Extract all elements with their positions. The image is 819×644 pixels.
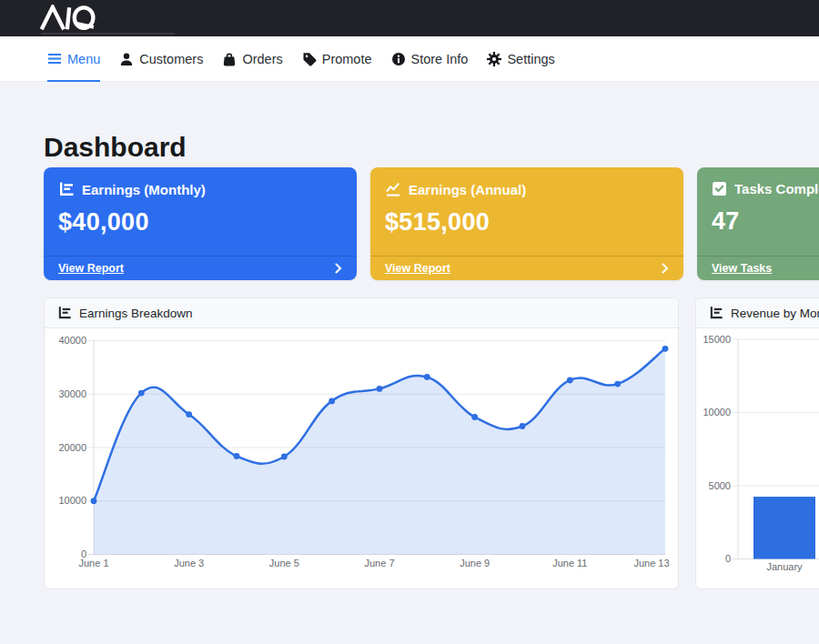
svg-text:June 1: June 1 [78,558,108,569]
svg-text:5000: 5000 [709,480,731,491]
nav-item-label: Promote [322,52,372,66]
stat-cards-row: Earnings (Monthly) $40,000 View Report E… [44,167,819,280]
svg-text:June 5: June 5 [269,558,299,569]
stat-card-value: 47 [697,196,819,236]
charts-row: Earnings Breakdown 010000200003000040000… [44,297,819,589]
gear-icon [487,52,501,66]
view-report-link[interactable]: View Report [385,262,450,275]
info-icon [391,52,406,66]
nav-item-promote[interactable]: Promote [302,36,372,81]
stat-card-tasks-completed: Tasks Completed 47 View Tasks [697,167,819,280]
view-tasks-link[interactable]: View Tasks [712,262,772,275]
person-icon [119,52,134,66]
menu-icon [47,52,62,65]
stat-card-header: Earnings (Monthly) [44,167,357,197]
stat-card-earnings-monthly: Earnings (Monthly) $40,000 View Report [44,167,357,280]
brand-logo-icon[interactable] [36,5,120,32]
nav-item-label: Customers [139,52,203,66]
nav-item-label: Settings [507,52,554,66]
logo-divider [41,33,175,35]
nav-item-label: Store Info [411,52,469,66]
chevron-right-icon[interactable] [662,263,669,274]
stat-card-header: Tasks Completed [697,167,819,196]
nav-item-settings[interactable]: Settings [487,36,554,81]
stat-card-value: $40,000 [44,197,357,236]
page-title: Dashboard [44,134,819,161]
tag-icon [302,51,317,66]
stat-card-header: Earnings (Annual) [370,167,683,197]
nav-item-label: Menu [67,52,100,66]
nav-item-orders[interactable]: Orders [222,36,282,81]
chevron-right-icon[interactable] [335,263,342,274]
chart-bar-icon [58,181,75,197]
svg-text:40000: 40000 [58,335,86,346]
stat-card-title: Earnings (Annual) [409,182,526,197]
view-report-link[interactable]: View Report [58,262,124,275]
earnings-breakdown-chart[interactable]: 010000200003000040000June 1June 3June 5J… [45,328,678,588]
svg-text:June 11: June 11 [552,558,587,569]
svg-text:June 9: June 9 [460,558,490,569]
revenue-by-month-card: Revenue by Month 050001000015000January [695,297,819,589]
nav-item-customers[interactable]: Customers [119,36,203,81]
nav-item-menu[interactable]: Menu [47,36,100,81]
svg-text:10000: 10000 [58,495,86,506]
svg-text:June 13: June 13 [633,558,669,569]
revenue-by-month-chart[interactable]: 050001000015000January [696,328,819,588]
bag-icon [222,52,237,66]
earnings-breakdown-card: Earnings Breakdown 010000200003000040000… [44,297,679,589]
svg-text:June 3: June 3 [174,558,204,569]
chart-bar-icon [57,306,72,320]
chart-line-icon [385,181,401,197]
nav-item-store-info[interactable]: Store Info [391,36,469,81]
top-app-bar [0,0,819,36]
revenue-by-month-chart-area: 050001000015000January [696,328,819,588]
chart-title: Earnings Breakdown [79,307,193,320]
svg-text:20000: 20000 [58,442,86,453]
chart-card-header: Earnings Breakdown [45,298,678,328]
stat-card-footer: View Report [44,256,357,280]
earnings-breakdown-chart-area: 010000200003000040000June 1June 3June 5J… [45,328,678,588]
main-nav: Menu Customers Orders Promote Store Info [0,36,819,82]
stat-card-title: Earnings (Monthly) [82,182,206,197]
stat-card-value: $515,000 [370,197,683,236]
nav-item-label: Orders [242,52,282,66]
stat-card-footer: View Tasks [697,256,819,280]
main-content: Dashboard Earnings (Monthly) $40,000 Vie… [0,134,819,589]
check-square-icon [712,181,727,196]
stat-card-title: Tasks Completed [734,181,819,196]
chart-card-header: Revenue by Month [696,298,819,328]
chart-title: Revenue by Month [731,307,819,320]
chart-bar-icon [709,306,723,320]
svg-text:0: 0 [725,553,731,564]
stat-card-footer: View Report [370,256,683,280]
svg-text:30000: 30000 [58,388,86,399]
svg-text:January: January [766,561,803,572]
svg-text:10000: 10000 [703,407,731,418]
svg-text:June 7: June 7 [364,558,394,569]
svg-text:15000: 15000 [703,334,731,345]
stat-card-earnings-annual: Earnings (Annual) $515,000 View Report [370,167,683,280]
